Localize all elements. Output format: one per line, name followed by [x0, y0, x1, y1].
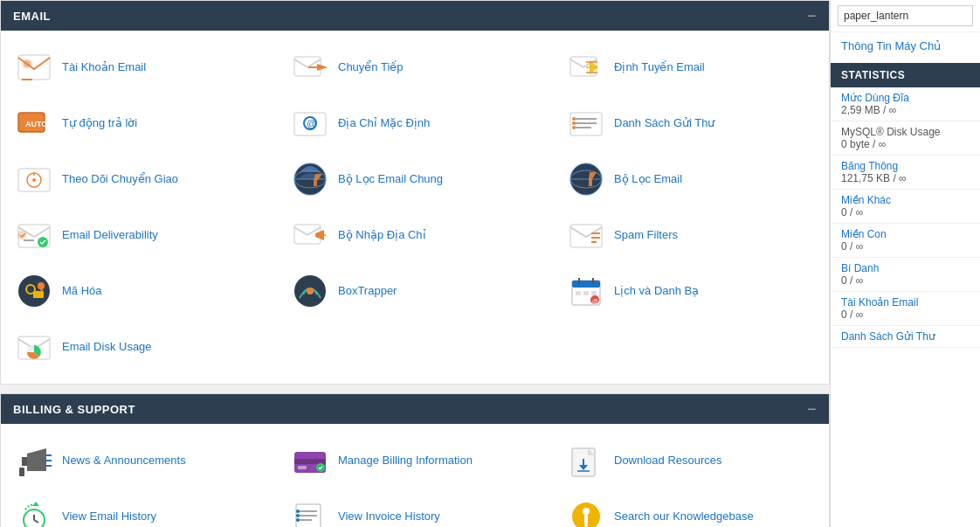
stat-label-bandwidth[interactable]: Băng Thông [841, 160, 970, 172]
encryption-icon [15, 272, 53, 310]
email-section-title: EMAIL [13, 10, 51, 23]
stats-section-title: STATISTICS [831, 63, 980, 87]
default-address-icon: @ [291, 104, 329, 142]
mailing-list-label: Danh Sách Gửi Thư [614, 116, 714, 131]
stat-value-mien-con: 0 / ∞ [841, 240, 970, 253]
billing-collapse-btn[interactable]: − [807, 401, 817, 417]
spam-filters-icon [567, 216, 605, 254]
invoice-history-label: View Invoice History [338, 510, 440, 524]
email-deliverability-icon [15, 216, 53, 254]
item-bo-nhap-dia-chi[interactable]: Bộ Nhập Địa Chỉ [277, 207, 553, 263]
item-bo-loc-chung[interactable]: Bộ Lọc Email Chung [277, 151, 553, 207]
email-account-label: Tài Khoản Email [62, 60, 146, 75]
encryption-label: Mã Hóa [62, 284, 102, 299]
knowledgebase-label: Search our Knowledgebase [614, 510, 754, 524]
boxtrapper-label: BoxTrapper [338, 284, 397, 299]
billing-section-title: BILLING & SUPPORT [13, 403, 135, 416]
stat-label-disk[interactable]: Mức Dùng Đĩa [841, 92, 970, 104]
item-dinh-tuyen-email[interactable]: Định Tuyến Email [553, 39, 829, 95]
stat-value-bandwidth: 121,75 KB / ∞ [841, 172, 970, 184]
email-history-label: View Email History [62, 510, 156, 524]
item-knowledgebase[interactable]: Search our Knowledgebase [553, 489, 829, 527]
mailing-list-icon [567, 104, 605, 142]
download-icon [567, 441, 605, 480]
item-spam-filters[interactable]: Spam Filters [553, 207, 829, 263]
email-collapse-btn[interactable]: − [807, 8, 817, 24]
svg-point-86 [296, 510, 300, 513]
news-icon [15, 441, 53, 480]
email-disk-usage-label: Email Disk Usage [62, 340, 152, 355]
email-filter-icon [567, 160, 605, 198]
item-ma-hoa[interactable]: Mã Hóa [1, 263, 277, 319]
item-email-disk-usage[interactable]: Email Disk Usage [1, 319, 277, 375]
item-view-invoice-history[interactable]: View Invoice History [277, 489, 553, 527]
email-items-grid: Tài Khoản Email Chuyển Tiếp [1, 39, 829, 375]
stat-bandwidth: Băng Thông 121,75 KB / ∞ [831, 156, 980, 190]
svg-text:@: @ [592, 298, 598, 304]
item-dia-chi-mac-dinh[interactable]: @ Địa Chỉ Mặc Định [277, 95, 553, 151]
stat-label-danh-sach[interactable]: Danh Sách Gửi Thư [841, 330, 970, 343]
item-email-deliverability[interactable]: Email Deliverability [1, 207, 277, 263]
item-chuyen-tiep[interactable]: Chuyển Tiếp [277, 39, 553, 95]
stat-value-mien-khac: 0 / ∞ [841, 206, 970, 218]
global-filter-label: Bộ Lọc Email Chung [338, 172, 443, 187]
item-download-resources[interactable]: Download Resources [553, 433, 829, 489]
svg-point-90 [583, 508, 590, 515]
svg-point-92 [584, 524, 588, 527]
news-label: News & Announcements [62, 454, 186, 468]
download-label: Download Resources [614, 454, 722, 468]
item-lich-danh-ba[interactable]: @ Lịch và Danh Bạ [553, 263, 829, 319]
email-forward-icon [291, 48, 329, 87]
email-section: EMAIL − Tài Khoản Email [0, 0, 830, 385]
item-news-announcements[interactable]: News & Announcements [1, 433, 277, 489]
email-routing-icon [567, 48, 605, 87]
sidebar-search-input[interactable] [838, 5, 973, 26]
item-boxtrapper[interactable]: BoxTrapper [277, 263, 553, 319]
stat-value-mysql: 0 byte / ∞ [841, 138, 970, 150]
knowledgebase-icon [567, 497, 605, 527]
billing-section: BILLING & SUPPORT − [0, 393, 830, 527]
email-history-icon [15, 497, 53, 527]
auto-reply-icon: AUTO [15, 104, 53, 142]
item-danh-sach-gui-thu[interactable]: Danh Sách Gửi Thư [553, 95, 829, 151]
stat-bi-danh: Bí Danh 0 / ∞ [831, 258, 980, 292]
svg-point-87 [296, 514, 300, 517]
email-routing-label: Định Tuyến Email [614, 60, 705, 75]
stat-label-mien-khac[interactable]: Miền Khác [841, 194, 970, 206]
billing-items-grid: News & Announcements [1, 433, 829, 527]
stat-label-mien-con[interactable]: Miền Con [841, 228, 970, 240]
svg-point-39 [17, 231, 26, 239]
svg-text:AUTO: AUTO [25, 120, 47, 128]
item-theo-doi[interactable]: Theo Dõi Chuyển Giao [1, 151, 277, 207]
svg-rect-43 [570, 225, 602, 247]
stat-label-mysql: MySQL® Disk Usage [841, 126, 970, 138]
item-view-email-history[interactable]: View Email History [1, 489, 277, 527]
svg-rect-58 [576, 291, 581, 295]
stat-label-bi-danh[interactable]: Bí Danh [841, 262, 970, 274]
stat-value-bi-danh: 0 / ∞ [841, 274, 970, 287]
sidebar: Thông Tin Máy Chủ STATISTICS Mức Dùng Đĩ… [830, 0, 980, 527]
email-section-header: EMAIL − [1, 1, 829, 31]
item-bo-loc-email[interactable]: Bộ Lọc Email [553, 151, 829, 207]
stat-mysql: MySQL® Disk Usage 0 byte / ∞ [831, 121, 980, 156]
email-filter-label: Bộ Lọc Email [614, 172, 682, 187]
svg-point-53 [307, 288, 314, 295]
billing-icon [291, 441, 329, 480]
billing-items-body: News & Announcements [1, 424, 829, 527]
svg-rect-71 [298, 466, 307, 469]
svg-point-21 [572, 121, 576, 125]
auto-reply-label: Tự động trả lời [62, 116, 137, 131]
email-forward-label: Chuyển Tiếp [338, 60, 404, 75]
stat-label-tai-khoan-email[interactable]: Tài Khoản Email [841, 296, 970, 309]
svg-rect-65 [19, 468, 24, 476]
boxtrapper-icon [291, 272, 329, 310]
server-info-link[interactable]: Thông Tin Máy Chủ [831, 32, 980, 59]
email-deliverability-label: Email Deliverability [62, 228, 158, 243]
stat-mien-con: Miền Con 0 / ∞ [831, 224, 980, 258]
track-delivery-icon [15, 160, 53, 198]
svg-point-22 [572, 126, 576, 129]
address-importer-label: Bộ Nhập Địa Chỉ [338, 228, 426, 243]
item-manage-billing[interactable]: Manage Billing Information [277, 433, 553, 489]
item-tu-dong-tra-loi[interactable]: AUTO Tự động trả lời [1, 95, 277, 151]
item-tai-khoan-email[interactable]: Tài Khoản Email [1, 39, 277, 95]
